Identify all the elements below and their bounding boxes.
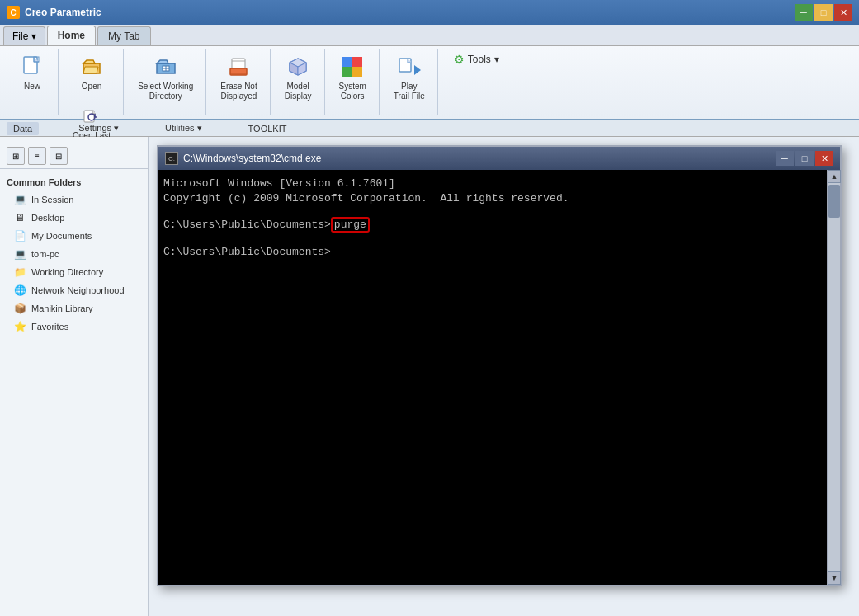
colors-icon — [339, 54, 366, 80]
ribbon-group-erase: Erase NotDisplayed — [208, 49, 270, 115]
network-icon: 🌐 — [13, 284, 26, 297]
window-controls: ─ □ ✕ — [795, 4, 852, 21]
ribbon-play-button[interactable]: PlayTrail File — [388, 49, 431, 106]
cmd-line-2: Copyright (c) 2009 Microsoft Corporation… — [163, 191, 822, 206]
ribbon: New Open Open LastSes — [0, 46, 859, 120]
sidebar-detail-button[interactable]: ⊟ — [50, 147, 68, 165]
svg-rect-17 — [352, 67, 362, 77]
svg-rect-16 — [342, 67, 352, 77]
erase-label: Erase NotDisplayed — [220, 82, 257, 101]
minimize-button[interactable]: ─ — [795, 4, 813, 21]
cmd-terminal[interactable]: Microsoft Windows [Version 6.1.7601] Cop… — [158, 170, 827, 585]
ribbon-open-button[interactable]: Open — [73, 49, 111, 96]
cmd-scroll-up[interactable]: ▲ — [828, 170, 841, 183]
model-icon — [285, 54, 311, 80]
sidebar-item-my-documents[interactable]: 📄 My Documents — [0, 227, 148, 245]
manikin-icon: 📦 — [13, 302, 26, 315]
in-session-icon: 💻 — [13, 193, 26, 206]
section-utilities[interactable]: Utilities ▾ — [158, 121, 209, 135]
desktop-icon: 🖥 — [13, 211, 26, 224]
working-dir-icon: 📁 — [13, 266, 26, 279]
section-settings[interactable]: Settings ▾ — [72, 121, 125, 135]
tab-my-tab[interactable]: My Tab — [97, 26, 150, 45]
close-button[interactable]: ✕ — [834, 4, 852, 21]
tom-pc-icon: 💻 — [13, 247, 26, 261]
section-toolkit[interactable]: TOOLKIT — [242, 122, 294, 135]
ribbon-model-button[interactable]: ModelDisplay — [279, 49, 318, 106]
section-data[interactable]: Data — [7, 122, 39, 135]
play-label: PlayTrail File — [394, 82, 425, 101]
cmd-line-blank — [163, 206, 822, 218]
cmd-title-bar: C: C:\Windows\system32\cmd.exe ─ □ ✕ — [158, 147, 840, 170]
sidebar-grid-button[interactable]: ⊞ — [7, 147, 25, 165]
ribbon-group-tools: ⚙ Tools ▾ — [440, 49, 513, 115]
svg-rect-8 — [230, 68, 247, 75]
sidebar-item-desktop[interactable]: 🖥 Desktop — [0, 209, 148, 227]
cmd-scroll-down[interactable]: ▼ — [828, 571, 841, 585]
colors-label: SystemColors — [339, 82, 366, 101]
new-icon — [19, 54, 45, 80]
main-layout: ⊞ ≡ ⊟ Common Folders 💻 In Session 🖥 Desk… — [0, 137, 859, 616]
cmd-line-1: Microsoft Windows [Version 6.1.7601] — [163, 176, 822, 191]
tools-label: Tools — [468, 54, 491, 65]
cmd-line-4: C:\Users\Public\Documents> — [163, 245, 822, 260]
cmd-scroll-thumb[interactable] — [828, 185, 840, 218]
erase-icon — [225, 54, 252, 80]
svg-marker-19 — [414, 65, 421, 75]
ribbon-group-directory: Select WorkingDirectory — [125, 49, 206, 115]
cmd-maximize-button[interactable]: □ — [795, 151, 814, 166]
sidebar-toolbar: ⊞ ≡ ⊟ — [0, 143, 148, 169]
ribbon-erase-button[interactable]: Erase NotDisplayed — [215, 49, 262, 106]
svg-rect-15 — [352, 57, 362, 67]
ribbon-sections-bar: Data Settings ▾ Utilities ▾ TOOLKIT — [0, 120, 859, 137]
cmd-scrollbar[interactable]: ▲ ▼ — [827, 170, 840, 585]
cmd-command-highlight: purge — [331, 217, 370, 233]
new-label: New — [24, 82, 40, 92]
sidebar: ⊞ ≡ ⊟ Common Folders 💻 In Session 🖥 Desk… — [0, 137, 149, 616]
tab-file[interactable]: File ▾ — [3, 26, 45, 45]
cmd-window: C: C:\Windows\system32\cmd.exe ─ □ ✕ Mic… — [157, 145, 842, 586]
cmd-line-blank2 — [163, 233, 822, 245]
cmd-content: Microsoft Windows [Version 6.1.7601] Cop… — [158, 170, 840, 585]
sidebar-list-button[interactable]: ≡ — [28, 147, 46, 165]
maximize-button[interactable]: □ — [814, 4, 833, 21]
cmd-scroll-track — [828, 183, 840, 571]
app-icon: C — [7, 6, 20, 19]
ribbon-group-colors: SystemColors — [327, 49, 380, 115]
open-icon — [78, 54, 105, 80]
tools-icon: ⚙ — [454, 53, 465, 66]
ribbon-group-open: Open Open LastSession — [60, 49, 124, 115]
cmd-icon: C: — [165, 152, 178, 165]
sidebar-item-working-dir[interactable]: 📁 Working Directory — [0, 263, 148, 281]
ribbon-new-button[interactable]: New — [13, 49, 51, 96]
ribbon-colors-button[interactable]: SystemColors — [333, 49, 372, 106]
cmd-close-button[interactable]: ✕ — [815, 151, 833, 166]
open-label: Open — [82, 82, 101, 92]
sidebar-section-title: Common Folders — [0, 176, 148, 190]
cmd-title: C:\Windows\system32\cmd.exe — [183, 153, 321, 164]
ribbon-group-new: New — [7, 49, 59, 115]
svg-rect-14 — [342, 57, 352, 67]
sidebar-item-tom-pc[interactable]: 💻 tom-pc — [0, 245, 148, 263]
cmd-window-controls: ─ □ ✕ — [776, 151, 833, 166]
ribbon-group-play: PlayTrail File — [381, 49, 438, 115]
tab-bar: File ▾ Home My Tab — [0, 25, 859, 46]
tools-chevron: ▾ — [494, 54, 499, 65]
app-title: Creo Parametric — [25, 7, 101, 18]
select-dir-icon — [153, 54, 179, 80]
favorites-icon: ⭐ — [13, 320, 26, 333]
select-dir-label: Select WorkingDirectory — [138, 82, 193, 101]
cmd-minimize-button[interactable]: ─ — [776, 151, 794, 166]
ribbon-select-dir-button[interactable]: Select WorkingDirectory — [132, 49, 199, 106]
play-icon — [396, 54, 422, 80]
sidebar-item-network[interactable]: 🌐 Network Neighborhood — [0, 281, 148, 299]
ribbon-group-model: ModelDisplay — [272, 49, 325, 115]
sidebar-item-favorites[interactable]: ⭐ Favorites — [0, 317, 148, 336]
tab-home[interactable]: Home — [47, 26, 96, 45]
sidebar-item-in-session[interactable]: 💻 In Session — [0, 190, 148, 209]
tools-button[interactable]: ⚙ Tools ▾ — [446, 49, 507, 69]
model-label: ModelDisplay — [285, 82, 312, 101]
sidebar-item-manikin[interactable]: 📦 Manikin Library — [0, 299, 148, 317]
my-documents-icon: 📄 — [13, 229, 26, 242]
title-bar: C Creo Parametric ─ □ ✕ — [0, 0, 859, 25]
